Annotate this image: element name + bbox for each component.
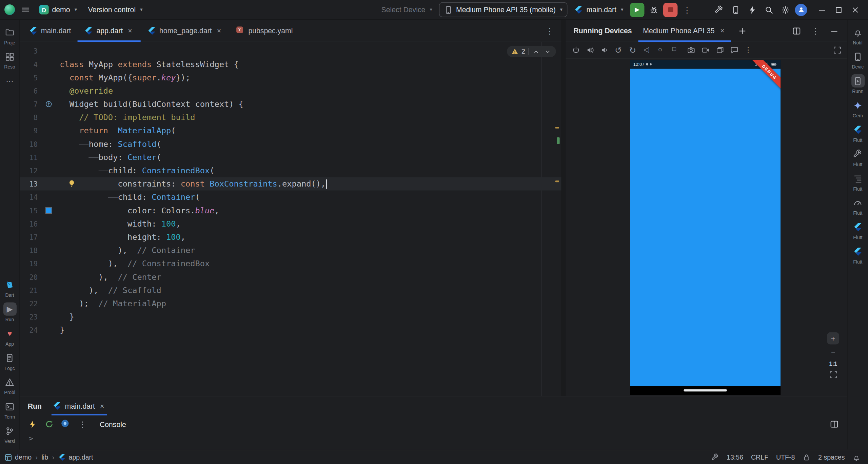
flutter-app-surface[interactable] bbox=[630, 69, 781, 386]
emulator-back-button[interactable]: ◁ bbox=[641, 43, 654, 57]
tool-stripe-version-control[interactable]: Versi bbox=[0, 422, 19, 446]
emulator-rotate-cw-button[interactable]: ↻ bbox=[627, 43, 640, 57]
code-line-17[interactable]: 17 height: 100, bbox=[20, 230, 561, 244]
open-devtools-button[interactable] bbox=[59, 417, 73, 431]
run-button[interactable]: ▶ bbox=[630, 2, 644, 17]
code-line-18[interactable]: 18 ), // Container bbox=[20, 244, 561, 257]
code-line-19[interactable]: 19 ), // ConstrainedBox bbox=[20, 257, 561, 270]
tool-stripe-flutter-outline[interactable]: Flutt bbox=[848, 170, 868, 194]
code-line-23[interactable]: 23 } bbox=[20, 310, 561, 323]
close-tab-icon[interactable]: × bbox=[126, 27, 134, 35]
editor-tab-options-button[interactable]: ⋮ bbox=[542, 23, 557, 38]
add-device-tab-button[interactable] bbox=[735, 23, 749, 38]
close-window-button[interactable] bbox=[847, 2, 864, 18]
main-menu-button[interactable] bbox=[18, 2, 33, 17]
code-line-4[interactable]: 4class MyApp extends StatelessWidget { bbox=[20, 58, 561, 71]
tool-stripe-logcat[interactable]: Logc bbox=[0, 349, 19, 373]
hot-reload-button[interactable] bbox=[25, 417, 40, 431]
tool-stripe-notifications[interactable]: Notif bbox=[848, 23, 868, 48]
emulator-screen[interactable]: 12:07 3G DEBUG bbox=[630, 60, 781, 395]
emulator-home-button[interactable]: ○ bbox=[655, 43, 669, 57]
code-line-21[interactable]: 21 ), // Scaffold bbox=[20, 284, 561, 297]
zoom-in-button[interactable]: + bbox=[827, 332, 839, 345]
code-line-3[interactable]: 3 bbox=[20, 44, 561, 58]
maximize-window-button[interactable] bbox=[830, 2, 847, 18]
console-output[interactable]: > bbox=[20, 433, 847, 450]
layout-settings-button[interactable] bbox=[827, 417, 841, 431]
code-line-24[interactable]: 24} bbox=[20, 323, 561, 336]
tool-stripe-run[interactable]: ▶Run bbox=[0, 300, 19, 325]
emulator-snapshots-button[interactable] bbox=[713, 43, 726, 57]
breadcrumb-demo[interactable]: demo bbox=[4, 453, 32, 461]
prev-issue-button[interactable] bbox=[531, 47, 540, 56]
intention-bulb-icon[interactable] bbox=[67, 179, 76, 188]
emulator-overview-button[interactable]: □ bbox=[670, 43, 683, 57]
emulator-rotate-ccw-button[interactable]: ↺ bbox=[612, 43, 626, 57]
emulator-more-button[interactable]: ⋮ bbox=[742, 43, 755, 57]
code-line-7[interactable]: 7 Widget build(BuildContext context) { bbox=[20, 97, 561, 111]
emulator-volume-down-button[interactable] bbox=[598, 43, 611, 57]
zoom-out-button[interactable]: − bbox=[831, 348, 835, 356]
code-line-11[interactable]: 11 body: Center( bbox=[20, 151, 561, 164]
vcs-widget[interactable]: Version control ▾ bbox=[84, 2, 147, 18]
code-line-8[interactable]: 8 // TODO: implement build bbox=[20, 111, 561, 124]
line-ending[interactable]: CRLF bbox=[751, 453, 768, 461]
emulator-screenshot-button[interactable] bbox=[684, 43, 697, 57]
hide-panel-button[interactable] bbox=[827, 23, 841, 38]
tool-stripe-flutter-dashboard[interactable]: Flutt bbox=[848, 121, 868, 145]
vcs-change-stripe-mark[interactable] bbox=[557, 137, 559, 144]
fit-screen-button[interactable] bbox=[829, 370, 837, 379]
debug-button[interactable] bbox=[647, 2, 661, 17]
profiler-button[interactable] bbox=[745, 2, 760, 17]
code-line-14[interactable]: 14 child: Container( bbox=[20, 191, 561, 204]
console-label[interactable]: Console bbox=[100, 420, 126, 428]
tool-stripe-device-manager[interactable]: Devic bbox=[848, 47, 868, 72]
tool-stripe-project[interactable]: Proje bbox=[0, 23, 19, 48]
notifications-icon[interactable] bbox=[852, 453, 860, 461]
code-line-10[interactable]: 10 home: Scaffold( bbox=[20, 137, 561, 151]
emulator-volume-up-button[interactable] bbox=[584, 43, 597, 57]
color-preview-swatch[interactable] bbox=[46, 208, 52, 213]
run-config-selector[interactable]: main.dart ▾ bbox=[570, 2, 628, 18]
tool-stripe-flutter-deep-links[interactable]: Flutt bbox=[848, 243, 868, 267]
close-tab-icon[interactable]: × bbox=[215, 27, 223, 35]
wrench-icon[interactable] bbox=[711, 453, 719, 461]
lock-icon[interactable] bbox=[803, 453, 810, 461]
caret-position[interactable]: 13:56 bbox=[727, 453, 743, 461]
sdk-manager-button[interactable] bbox=[712, 2, 726, 17]
close-tab-icon[interactable]: × bbox=[98, 402, 106, 410]
gesture-pill[interactable] bbox=[684, 389, 727, 392]
editor-tab-main.dart[interactable]: main.dart bbox=[22, 20, 78, 42]
device-tab[interactable]: Medium Phone API 35 × bbox=[638, 20, 731, 42]
emulator-power-button[interactable] bbox=[569, 43, 582, 57]
tool-stripe-running-devices[interactable]: Runn bbox=[848, 72, 868, 96]
tool-stripe-more-tool-windows[interactable]: ⋯ bbox=[0, 72, 19, 90]
zoom-reset-button[interactable]: 1:1 bbox=[829, 361, 837, 367]
project-selector[interactable]: D demo ▾ bbox=[35, 2, 81, 18]
breadcrumb-app.dart[interactable]: app.dart bbox=[58, 453, 93, 461]
emulator-screen-record-button[interactable] bbox=[698, 43, 712, 57]
indent-setting[interactable]: 2 spaces bbox=[818, 453, 845, 461]
code-line-13[interactable]: 13 constraints: const BoxConstraints.exp… bbox=[20, 177, 561, 190]
warning-stripe-mark[interactable] bbox=[555, 180, 559, 182]
code-line-22[interactable]: 22 ); // MaterialApp bbox=[20, 297, 561, 310]
tool-stripe-gemini[interactable]: Gem bbox=[848, 96, 868, 121]
next-issue-button[interactable] bbox=[543, 47, 552, 56]
editor-tab-app.dart[interactable]: app.dart× bbox=[78, 20, 141, 42]
device-manager-button[interactable] bbox=[729, 2, 743, 17]
code-editor[interactable]: 34class MyApp extends StatelessWidget {5… bbox=[20, 42, 561, 396]
hot-restart-button[interactable] bbox=[42, 417, 56, 431]
tool-stripe-dart-analysis[interactable]: Dart bbox=[0, 276, 19, 300]
code-line-6[interactable]: 6 @override bbox=[20, 84, 561, 97]
inspections-widget[interactable]: 2 bbox=[507, 46, 556, 57]
code-line-9[interactable]: 9 return MaterialApp( bbox=[20, 124, 561, 137]
split-panel-button[interactable] bbox=[789, 23, 804, 38]
encoding[interactable]: UTF-8 bbox=[776, 453, 795, 461]
select-device-dropdown[interactable]: Select Device ▾ bbox=[377, 2, 437, 18]
code-line-20[interactable]: 20 ), // Center bbox=[20, 270, 561, 284]
code-line-12[interactable]: 12 child: ConstrainedBox( bbox=[20, 164, 561, 177]
search-everywhere-button[interactable] bbox=[762, 2, 776, 17]
close-tab-icon[interactable]: × bbox=[718, 27, 726, 35]
panel-options-button[interactable]: ⋮ bbox=[808, 23, 823, 38]
breadcrumb-lib[interactable]: lib bbox=[42, 453, 48, 461]
